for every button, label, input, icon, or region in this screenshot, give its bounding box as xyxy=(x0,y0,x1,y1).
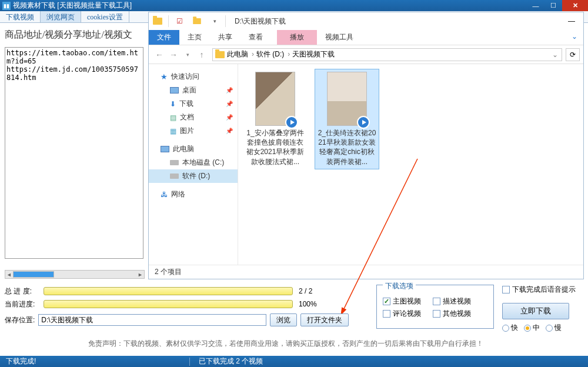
file-label: 2_仕美绮连衣裙2021早秋装新款女装轻奢高定chic初秋装两件装裙... xyxy=(318,128,376,166)
url-list-header: 商品地址/视频分享地址/视频文 xyxy=(5,23,146,47)
ribbon-context-label[interactable]: 视频工具 xyxy=(320,30,358,45)
total-progress-label: 总 进 度: xyxy=(5,286,38,296)
side-quick[interactable]: ★快速访问 xyxy=(149,70,238,84)
nav-sidebar: ★快速访问 桌面📌 ⬇下载📌 ▤文档📌 ▦图片📌 此电脑 本地磁盘 (C:) 软… xyxy=(149,64,238,265)
pin-icon: 📌 xyxy=(226,101,233,107)
browse-button[interactable]: 浏览 xyxy=(270,313,297,326)
side-pics[interactable]: ▦图片📌 xyxy=(149,124,238,138)
explorer-statusbar: 2 个项目 xyxy=(149,265,583,279)
side-network[interactable]: 🖧网络 xyxy=(149,188,238,201)
network-icon: 🖧 xyxy=(161,191,168,199)
pin-icon: 📌 xyxy=(226,128,233,134)
current-progress-label: 当前进度: xyxy=(5,299,38,309)
play-icon xyxy=(285,116,298,129)
titlebar: ▮▮ 视频素材下载 [天图视频批量下载工具] — ☐ ✕ xyxy=(0,0,588,11)
tab-download[interactable]: 下载视频 xyxy=(0,11,41,22)
file-label: 1_安小落叠穿两件套撞色披肩领连衣裙女2021早秋季新款收腰法式裙... xyxy=(246,128,305,166)
ribbon: 文件 主页 共享 查看 播放 视频工具 ⌄ xyxy=(149,30,583,45)
ribbon-view[interactable]: 查看 xyxy=(240,30,271,45)
crumb-folder[interactable]: 天图视频下载 xyxy=(292,49,335,59)
item-count: 2 个项目 xyxy=(155,267,182,277)
side-ddrive[interactable]: 软件 (D:) xyxy=(149,169,238,183)
scroll-left-icon[interactable]: ◄ xyxy=(5,271,13,278)
pc-icon xyxy=(161,146,169,152)
side-thispc[interactable]: 此电脑 xyxy=(149,142,238,156)
video-thumbnail xyxy=(255,72,295,126)
address-bar[interactable]: 此电脑 软件 (D:) 天图视频下载 ⌄ xyxy=(212,48,562,61)
file-explorer: ☑ ▾ D:\天图视频下载 — 文件 主页 共享 查看 播放 视频工具 ⌄ ← … xyxy=(148,12,584,279)
video-thumbnail xyxy=(327,72,367,126)
nav-fwd-icon[interactable]: → xyxy=(166,48,181,62)
start-download-button[interactable]: 立即下载 xyxy=(502,303,569,319)
minimize-button[interactable]: — xyxy=(527,0,544,11)
current-progress-bar xyxy=(44,300,293,308)
url-hscroll[interactable]: ◄ ► xyxy=(5,270,145,279)
close-button[interactable]: ✕ xyxy=(562,0,588,11)
side-downloads[interactable]: ⬇下载📌 xyxy=(149,97,238,111)
star-icon: ★ xyxy=(161,72,168,81)
disclaimer-text: 免责声明：下载的视频、素材仅供学习交流，若使用商业用途，请购买正版授权，否则产生… xyxy=(88,339,483,349)
folder-icon xyxy=(215,51,225,58)
crumb-thispc[interactable]: 此电脑 xyxy=(227,49,254,59)
ribbon-share[interactable]: 共享 xyxy=(210,30,240,45)
nav-back-icon[interactable]: ← xyxy=(152,48,166,62)
radio-slow[interactable]: 慢 xyxy=(546,323,562,333)
app-icon: ▮▮ xyxy=(2,2,11,10)
chk-comment-video[interactable]: 评论视频 xyxy=(383,309,421,319)
download-icon: ⬇ xyxy=(170,100,176,108)
ribbon-file[interactable]: 文件 xyxy=(149,30,179,45)
refresh-icon[interactable]: ⟳ xyxy=(566,48,580,61)
side-desktop[interactable]: 桌面📌 xyxy=(149,84,238,97)
ribbon-home[interactable]: 主页 xyxy=(179,30,210,45)
qa-check-icon[interactable]: ☑ xyxy=(171,13,188,29)
status-mid: 已下载完成 2 个视频 xyxy=(193,356,269,366)
ribbon-expand-icon[interactable]: ⌄ xyxy=(566,30,583,45)
save-location-label: 保存位置: xyxy=(5,315,35,325)
side-cdrive[interactable]: 本地磁盘 (C:) xyxy=(149,156,238,169)
explorer-minimize[interactable]: — xyxy=(560,13,583,29)
file-item[interactable]: 2_仕美绮连衣裙2021早秋装新款女装轻奢高定chic初秋装两件装裙... xyxy=(315,69,379,169)
chk-voice-notify[interactable]: 下载完成后语音提示 xyxy=(502,285,576,295)
nav-history-icon[interactable]: ▾ xyxy=(181,48,195,62)
download-options-group: 下载选项 主图视频 描述视频 评论视频 其他视频 xyxy=(376,285,494,329)
scroll-thumb[interactable] xyxy=(13,271,54,278)
ribbon-context[interactable]: 播放 xyxy=(277,30,317,45)
save-location-input[interactable] xyxy=(38,314,266,326)
left-pane: 商品地址/视频分享地址/视频文 https://item.taobao.com/… xyxy=(5,23,146,282)
chk-main-video[interactable]: 主图视频 xyxy=(383,296,421,306)
qa-folder-icon[interactable] xyxy=(149,13,166,29)
pin-icon: 📌 xyxy=(226,114,233,121)
total-progress-value: 2 / 2 xyxy=(299,287,312,295)
window-path: D:\天图视频下载 xyxy=(235,16,560,26)
tab-cookies[interactable]: cookies设置 xyxy=(81,11,129,22)
desktop-icon xyxy=(170,87,179,94)
chk-other-video[interactable]: 其他视频 xyxy=(433,309,471,319)
chk-desc-video[interactable]: 描述视频 xyxy=(433,296,471,306)
open-folder-button[interactable]: 打开文件夹 xyxy=(300,313,349,326)
app-title: 视频素材下载 [天图视频批量下载工具] xyxy=(13,1,132,11)
play-icon xyxy=(357,116,370,129)
status-left: 下载完成! xyxy=(0,356,42,366)
radio-fast[interactable]: 快 xyxy=(502,323,518,333)
file-area[interactable]: 1_安小落叠穿两件套撞色披肩领连衣裙女2021早秋季新款收腰法式裙... 2_仕… xyxy=(238,64,583,265)
breadcrumb-bar: ← → ▾ ↑ 此电脑 软件 (D:) 天图视频下载 ⌄ ⟳ xyxy=(149,45,583,64)
pin-icon: 📌 xyxy=(226,87,233,94)
nav-up-icon[interactable]: ↑ xyxy=(195,48,209,62)
file-item[interactable]: 1_安小落叠穿两件套撞色披肩领连衣裙女2021早秋季新款收腰法式裙... xyxy=(243,69,308,169)
crumb-ddrive[interactable]: 软件 (D:) xyxy=(256,49,290,59)
qa-open-icon[interactable] xyxy=(188,13,206,29)
options-legend: 下载选项 xyxy=(383,281,416,291)
current-progress-value: 100% xyxy=(299,300,317,308)
tab-browse[interactable]: 浏览网页 xyxy=(41,11,81,22)
right-options: 下载完成后语音提示 立即下载 快 中 慢 xyxy=(502,285,584,333)
url-textarea[interactable]: https://item.taobao.com/item.htm?id=65 h… xyxy=(5,47,143,259)
qa-dropdown-icon[interactable]: ▾ xyxy=(206,13,223,29)
drive-icon xyxy=(170,160,179,165)
side-docs[interactable]: ▤文档📌 xyxy=(149,111,238,124)
maximize-button[interactable]: ☐ xyxy=(544,0,562,11)
doc-icon: ▤ xyxy=(170,114,176,122)
scroll-right-icon[interactable]: ► xyxy=(136,271,144,278)
total-progress-bar xyxy=(44,287,293,295)
address-dropdown-icon[interactable]: ⌄ xyxy=(552,51,562,59)
radio-mid[interactable]: 中 xyxy=(524,323,540,333)
